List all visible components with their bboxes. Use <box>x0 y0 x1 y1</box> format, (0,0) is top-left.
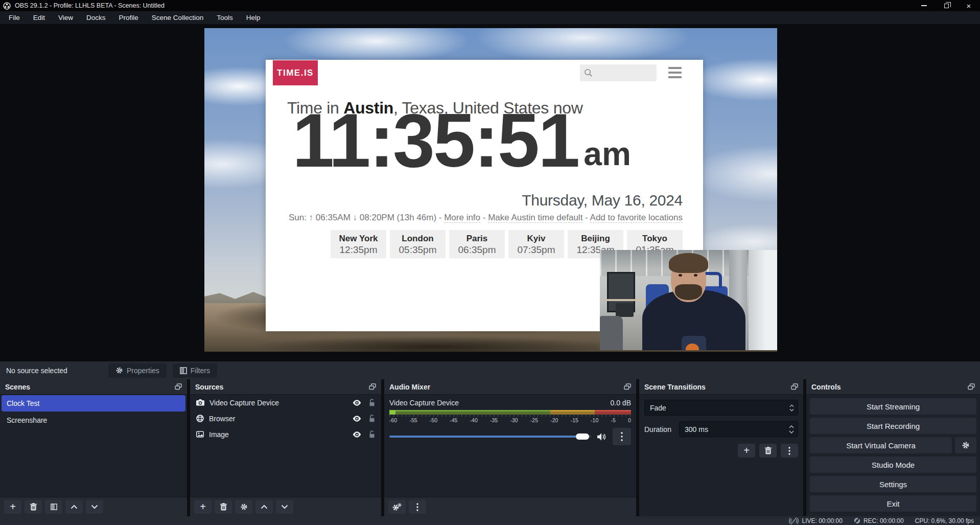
add-scene-button[interactable]: + <box>4 500 21 514</box>
menu-docks[interactable]: Docks <box>80 11 112 24</box>
remove-source-button[interactable] <box>215 500 232 514</box>
plus-icon: + <box>10 501 16 512</box>
properties-button[interactable]: Properties <box>108 363 167 378</box>
camera-icon <box>196 399 204 406</box>
filters-icon <box>180 367 187 374</box>
menu-help[interactable]: Help <box>240 11 267 24</box>
source-item-image[interactable]: Image <box>190 426 381 442</box>
close-icon: × <box>967 2 971 10</box>
gear-icon <box>240 503 248 511</box>
obs-logo-icon <box>3 2 11 10</box>
menu-tools[interactable]: Tools <box>210 11 240 24</box>
advanced-audio-button[interactable] <box>388 500 406 514</box>
live-timecode: LIVE: 00:00:00 <box>802 517 842 524</box>
transition-options-button[interactable] <box>781 444 798 458</box>
minimize-button[interactable] <box>913 0 935 11</box>
preview-workspace: TIME.IS Time in Austin, Texas, United St… <box>0 24 980 361</box>
chevron-up-icon[interactable] <box>789 425 794 428</box>
eye-icon[interactable] <box>353 400 361 406</box>
city-card: Kyiv07:35pm <box>508 230 564 258</box>
preview-canvas[interactable]: TIME.IS Time in Austin, Texas, United St… <box>204 28 777 352</box>
remove-scene-button[interactable] <box>25 500 42 514</box>
scene-move-up-button[interactable] <box>65 500 83 514</box>
timeis-time: 11:35:51 <box>292 103 578 178</box>
popout-icon[interactable] <box>369 383 376 390</box>
menu-view[interactable]: View <box>52 11 80 24</box>
scene-move-down-button[interactable] <box>86 500 103 514</box>
popout-icon[interactable] <box>791 383 798 390</box>
mixer-menu-button[interactable] <box>409 500 426 514</box>
transition-select[interactable]: Fade <box>644 400 798 416</box>
sources-panel: Sources Video Capture Device Browser <box>190 379 381 516</box>
minimize-icon <box>921 5 927 6</box>
title-bar: OBS 29.1.2 - Profile: LLHLS BETA - Scene… <box>0 0 980 11</box>
selection-status: No source selected <box>6 367 108 375</box>
start-recording-button[interactable]: Start Recording <box>810 418 976 434</box>
popout-icon[interactable] <box>968 383 975 390</box>
unlock-icon[interactable] <box>369 430 375 438</box>
menu-file[interactable]: File <box>2 11 27 24</box>
plus-icon: + <box>200 501 206 512</box>
record-inactive-icon <box>854 517 860 524</box>
globe-icon <box>196 415 204 422</box>
timeis-search-box <box>580 64 657 81</box>
scene-filters-button[interactable] <box>45 500 62 514</box>
speaker-icon[interactable] <box>597 433 606 441</box>
chevron-down-icon <box>91 505 98 509</box>
remove-transition-button[interactable] <box>759 444 777 458</box>
chevron-up-icon <box>789 404 794 407</box>
city-card: Paris06:35pm <box>449 230 505 258</box>
controls-header: Controls <box>806 379 980 395</box>
add-transition-button[interactable]: + <box>738 444 755 458</box>
scene-item-clock-test[interactable]: Clock Test <box>2 395 185 412</box>
timeis-logo: TIME.IS <box>273 60 318 85</box>
filters-button[interactable]: Filters <box>173 363 217 378</box>
volume-meter <box>389 410 631 415</box>
start-virtual-camera-button[interactable]: Start Virtual Camera <box>810 437 952 453</box>
city-card: New York12:35pm <box>331 230 386 258</box>
source-item-video-capture[interactable]: Video Capture Device <box>190 395 381 410</box>
mixer-options-button[interactable] <box>613 428 631 445</box>
timeis-sun-info: Sun: ↑ 06:35AM ↓ 08:20PM (13h 46m) - Mor… <box>289 213 683 223</box>
menu-scene-collection[interactable]: Scene Collection <box>145 11 210 24</box>
eye-icon[interactable] <box>353 416 361 422</box>
source-item-browser[interactable]: Browser <box>190 410 381 426</box>
filters-icon <box>51 504 57 510</box>
scenes-toolbar: + <box>0 497 187 516</box>
dock-area: Scenes Clock Test Screenshare + Sources <box>0 379 980 516</box>
start-streaming-button[interactable]: Start Streaming <box>810 398 976 415</box>
add-source-button[interactable]: + <box>194 500 212 514</box>
unlock-icon[interactable] <box>369 399 375 406</box>
status-bar: LIVE: 00:00:00 REC: 00:00:00 CPU: 0.6%, … <box>0 516 980 525</box>
image-icon <box>196 431 204 438</box>
webcam-overlay <box>600 250 777 350</box>
restore-icon <box>944 4 949 8</box>
chevron-down-icon <box>789 408 794 412</box>
timeis-meridiem: am <box>584 138 631 170</box>
exit-button[interactable]: Exit <box>810 495 976 512</box>
trash-icon <box>30 503 37 511</box>
volume-slider-handle[interactable] <box>576 433 589 440</box>
studio-mode-button[interactable]: Studio Mode <box>810 456 976 473</box>
source-move-down-button[interactable] <box>276 500 293 514</box>
chevron-down-icon[interactable] <box>789 430 794 433</box>
virtual-camera-settings-button[interactable] <box>955 437 976 453</box>
duration-spinner[interactable]: 300 ms <box>679 421 798 437</box>
more-info-link: More info <box>444 213 480 223</box>
scene-item-screenshare[interactable]: Screenshare <box>2 412 185 428</box>
settings-button[interactable]: Settings <box>810 476 976 492</box>
double-gear-icon <box>392 503 402 511</box>
popout-icon[interactable] <box>624 383 631 390</box>
volume-slider[interactable] <box>389 436 591 438</box>
close-button[interactable]: × <box>958 0 980 11</box>
menu-edit[interactable]: Edit <box>27 11 52 24</box>
menu-profile[interactable]: Profile <box>112 11 145 24</box>
source-move-up-button[interactable] <box>255 500 273 514</box>
unlock-icon[interactable] <box>369 415 375 422</box>
duration-label: Duration <box>644 425 675 433</box>
source-properties-button[interactable] <box>235 500 252 514</box>
audio-mixer-header: Audio Mixer <box>384 379 636 395</box>
restore-button[interactable] <box>935 0 958 11</box>
popout-icon[interactable] <box>175 383 182 390</box>
eye-icon[interactable] <box>353 431 361 438</box>
